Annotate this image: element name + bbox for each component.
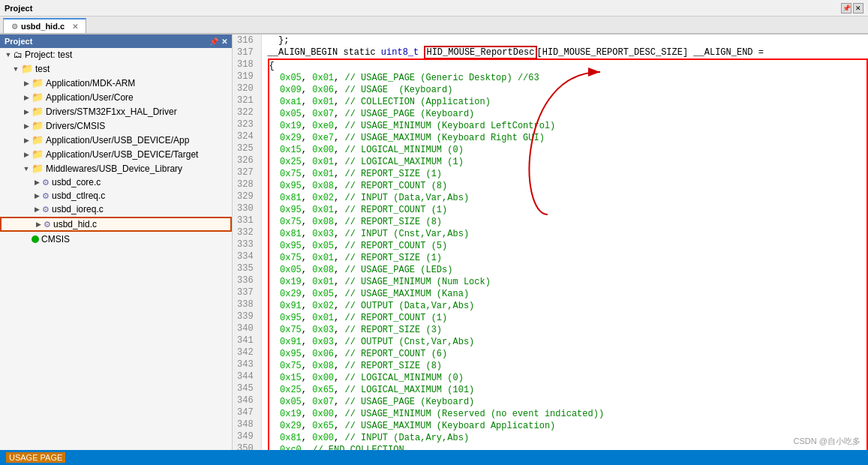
main-layout: Project 📌 ✕ ▼ 🗂 Project: test ▼ 📁 test [0, 34, 868, 450]
code-line: 0x81, 0x02, // INPUT (Data,Var,Abs) [269, 192, 866, 204]
tree-label-test: test [35, 64, 50, 74]
code-line: 0x25, 0x01, // LOGICAL_MAXIMUM (1) [269, 156, 866, 168]
tree-item-app-usb-target[interactable]: ▶ 📁 Application/User/USB_DEVICE/Target [0, 147, 232, 161]
code-line: 0xa1, 0x01, // COLLECTION (Application) [269, 96, 866, 108]
code-block: 3163173183193203213223233243253263273283… [233, 34, 868, 450]
code-line: 0x81, 0x03, // INPUT (Cnst,Var,Abs) [269, 228, 866, 240]
code-line: }; [268, 34, 868, 46]
code-line: 0x15, 0x00, // LOGICAL_MINIMUM (0) [269, 144, 866, 156]
tree-item-middlewares[interactable]: ▼ 📁 Middlewares/USB_Device_Library [0, 161, 232, 176]
code-line: 0x05, 0x01, // USAGE_PAGE (Generic Deskt… [269, 72, 866, 84]
tab-close-icon[interactable]: ✕ [72, 22, 78, 31]
code-line: { [269, 60, 866, 72]
folder-icon: 📁 [21, 63, 33, 74]
line-number: 330 [237, 202, 257, 214]
tree-label-usb-app: Application/User/USB_DEVICE/App [46, 135, 189, 146]
file-icon-usbd-ioreq: ⚙ [42, 205, 50, 214]
file-icon-usbd-hid: ⚙ [44, 220, 51, 230]
tree-item-usbd-ctlreq[interactable]: ▶ ⚙ usbd_ctlreq.c [0, 189, 232, 202]
expand-icon-usbd-ioreq[interactable]: ▶ [32, 204, 42, 214]
line-number: 347 [237, 406, 257, 418]
tree-label-usbd-hid: usbd_hid.c [53, 219, 97, 230]
tree-item-usbd-core[interactable]: ▶ ⚙ usbd_core.c [0, 176, 232, 189]
line-number: 316 [237, 34, 257, 46]
line-number: 342 [237, 346, 257, 358]
tree-label-usbd-ioreq: usbd_ioreq.c [52, 204, 104, 214]
line-number: 326 [237, 154, 257, 166]
expand-icon-usbd-ctlreq[interactable]: ▶ [32, 190, 42, 201]
sidebar-header: Project 📌 ✕ [0, 34, 232, 48]
tree-item-usbd-ioreq[interactable]: ▶ ⚙ usbd_ioreq.c [0, 202, 232, 216]
project-icon: 🗂 [14, 50, 23, 60]
line-number: 318 [237, 58, 257, 70]
code-line: 0x95, 0x08, // REPORT_COUNT (8) [269, 180, 866, 192]
code-line: 0x05, 0x07, // USAGE_PAGE (Keyboard) [269, 108, 866, 120]
tree-item-test[interactable]: ▼ 📁 test [0, 62, 232, 76]
code-line: 0x95, 0x06, // REPORT_COUNT (6) [269, 348, 866, 360]
status-bar: USAGE PAGE [0, 450, 868, 465]
code-line: 0x95, 0x01, // REPORT_COUNT (1) [269, 312, 866, 324]
line-number: 325 [237, 142, 257, 154]
tree-label-usbd-core: usbd_core.c [52, 177, 101, 188]
expand-icon-test[interactable]: ▼ [11, 64, 21, 74]
code-lines[interactable]: };__ALIGN_BEGIN static uint8_t HID_MOUSE… [262, 34, 868, 450]
expand-icon-mdk[interactable]: ▶ [21, 78, 32, 88]
editor-container: 3163173183193203213223233243253263273283… [233, 34, 868, 450]
line-number: 348 [237, 418, 257, 430]
line-number: 349 [237, 430, 257, 442]
expand-icon[interactable]: ▼ [3, 50, 14, 60]
code-line: 0x75, 0x08, // REPORT_SIZE (8) [269, 360, 866, 372]
expand-icon-usbd-hid[interactable]: ▶ [33, 219, 44, 230]
file-icon-usbd-core: ⚙ [42, 178, 50, 188]
line-number: 333 [237, 238, 257, 250]
expand-icon-stm32[interactable]: ▶ [21, 106, 32, 117]
watermark: CSDN @自小吃多 [794, 436, 860, 447]
line-number: 320 [237, 82, 257, 94]
tree-item-cmsis[interactable]: CMSIS [0, 232, 232, 246]
code-line: 0x09, 0x06, // USAGE (Keyboard) [269, 84, 866, 96]
tree-label-user-core: Application/User/Core [46, 92, 134, 103]
pin-button[interactable]: 📌 [841, 3, 851, 14]
tree-item-app-mdk[interactable]: ▶ 📁 Application/MDK-ARM [0, 76, 232, 90]
sidebar-pin-icon[interactable]: 📌 [209, 38, 218, 46]
line-number: 323 [237, 118, 257, 130]
folder-icon-user-core: 📁 [32, 92, 44, 103]
green-dot-icon [32, 236, 39, 243]
tree-item-app-usb-app[interactable]: ▶ 📁 Application/User/USB_DEVICE/App [0, 133, 232, 147]
expand-icon-user-core[interactable]: ▶ [21, 92, 32, 103]
red-code-block: { 0x05, 0x01, // USAGE_PAGE (Generic Des… [268, 58, 868, 450]
code-line: 0x05, 0x08, // USAGE_PAGE (LEDs) [269, 264, 866, 276]
tab-usbd-hid[interactable]: ⚙ usbd_hid.c ✕ [3, 18, 86, 33]
tree-item-drivers-stm32[interactable]: ▶ 📁 Drivers/STM32F1xx_HAL_Driver [0, 104, 232, 118]
expand-icon-cmsis-drv[interactable]: ▶ [21, 121, 32, 131]
expand-icon-usbd-core[interactable]: ▶ [32, 177, 42, 188]
expand-icon-usb-app[interactable]: ▶ [21, 135, 32, 146]
code-line: 0x95, 0x05, // REPORT_COUNT (5) [269, 240, 866, 252]
tree-label-usb-target: Application/User/USB_DEVICE/Target [46, 149, 198, 160]
line-number: 336 [237, 274, 257, 286]
tree-item-drivers-cmsis[interactable]: ▶ 📁 Drivers/CMSIS [0, 118, 232, 133]
expand-icon-cmsis [21, 234, 32, 244]
expand-icon-middlewares[interactable]: ▼ [21, 164, 32, 174]
tree-item-project-root[interactable]: ▼ 🗂 Project: test [0, 48, 232, 62]
line-number: 332 [237, 226, 257, 238]
tree-item-usbd-hid[interactable]: ▶ ⚙ usbd_hid.c [0, 216, 232, 232]
expand-icon-usb-target[interactable]: ▶ [21, 149, 32, 160]
code-line: 0x75, 0x01, // REPORT_SIZE (1) [269, 168, 866, 180]
line-number: 350 [237, 442, 257, 450]
close-title-button[interactable]: ✕ [853, 3, 863, 14]
title-bar-text: Project [5, 4, 841, 13]
line-number: 340 [237, 322, 257, 334]
tree-item-app-user-core[interactable]: ▶ 📁 Application/User/Core [0, 90, 232, 104]
tab-label: usbd_hid.c [21, 22, 65, 31]
sidebar-close-icon[interactable]: ✕ [221, 38, 227, 46]
line-number: 317 [237, 46, 257, 58]
code-line: 0x91, 0x02, // OUTPUT (Data,Var,Abs) [269, 300, 866, 312]
sidebar-header-icons: 📌 ✕ [209, 38, 227, 46]
line-number: 329 [237, 190, 257, 202]
code-line: __ALIGN_BEGIN static uint8_t HID_MOUSE_R… [268, 46, 868, 58]
line-number: 341 [237, 334, 257, 346]
line-number: 321 [237, 94, 257, 106]
code-line: 0x95, 0x01, // REPORT_COUNT (1) [269, 204, 866, 216]
folder-icon-stm32: 📁 [32, 106, 44, 117]
